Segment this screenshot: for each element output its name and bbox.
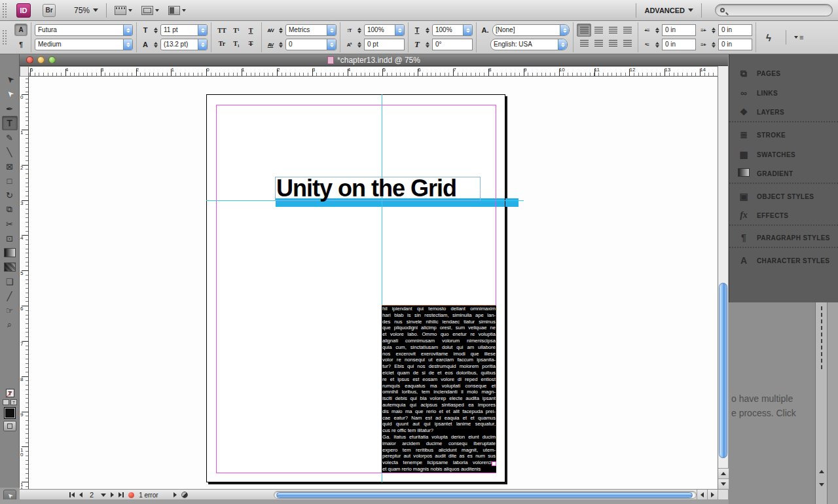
strikethrough-button[interactable]: T [244,37,258,50]
bridge-button[interactable]: Br [43,4,56,17]
last-line-indent-field[interactable]: 0 in [718,39,752,50]
panel-object-styles[interactable]: ▣ OBJECT STYLES [729,187,838,206]
skew-field[interactable]: 0° [432,39,473,50]
gradient-swatch-tool[interactable] [2,245,18,260]
tracking-stepper[interactable] [278,42,283,48]
skew-stepper[interactable] [424,42,430,48]
frame-tool[interactable]: ⊠ [2,159,18,173]
scroll-down-button[interactable] [718,478,729,489]
first-page-button[interactable] [69,492,75,497]
view-options-button[interactable] [141,6,159,15]
body-text-line[interactable]: cus re offic tem ilitatur? [382,427,496,434]
body-text-line[interactable]: pereptur aut volorpos audit dite as es n… [382,453,496,459]
body-text-line[interactable]: quia cum, sinctatiusam dolut qui am ulla… [382,344,496,351]
body-text-line[interactable]: alignati comnimusam volorum nimeniscipsa [382,338,496,344]
fill-swatch[interactable] [4,407,16,419]
baseline-shift-field[interactable]: 0 pt [364,39,405,50]
scroll-left-button[interactable] [697,490,707,500]
justify-last-right-button[interactable] [591,37,606,50]
panel-pages[interactable]: ⧉ PAGES [729,63,838,83]
body-text-line[interactable]: tur? Ebis qui nos destrumquid molorem po… [382,363,496,370]
body-text-line[interactable]: nos excerovit exerovitame imodi que ille… [382,351,496,357]
body-text-line[interactable]: volor re nonsequi ut earciam faccum ipsa… [382,357,496,363]
vertical-scale-field[interactable]: 100% [364,24,405,36]
previous-page-button[interactable] [79,492,82,497]
tracking-select[interactable]: 0 [285,39,337,50]
subscript-button[interactable]: T₁ [229,37,244,50]
body-text-line[interactable]: volecta tenempe licipsame laboria volore… [382,459,496,466]
panel-menu-button[interactable]: ≡ [794,33,803,41]
next-page-button[interactable] [111,492,114,497]
formatting-affects-container-icon[interactable] [3,399,9,405]
body-text-frame[interactable]: hil ipiendant qui temosto dellant omnima… [382,306,496,473]
right-indent-field[interactable]: 0 in [718,24,752,36]
document-title-bar[interactable]: *chapter13.indd @ 75% [20,54,728,66]
page-number-field[interactable]: 2 [90,491,94,499]
scroll-right-button[interactable] [707,490,718,500]
font-size-select[interactable]: 11 pt [160,24,208,36]
zoom-level-dropdown[interactable]: 75% [74,6,98,15]
scissors-tool[interactable]: ✂ [2,217,18,231]
horizontal-scrollbar-thumb[interactable] [276,492,693,498]
appbar-grip[interactable] [2,3,7,18]
body-text-line[interactable]: cae eatur? Nam est ad eaquia et et quamu… [382,415,496,422]
vertical-scrollbar-thumb[interactable] [719,283,727,458]
font-size-stepper[interactable] [153,27,158,33]
fill-color-text-icon[interactable]: T [6,389,14,397]
body-text-line[interactable]: rumquis eaquatus ma voluptati conseque e… [382,383,496,389]
underline-button[interactable]: T [244,24,258,37]
superscript-button[interactable]: T¹ [229,24,244,37]
all-caps-button[interactable]: TT [215,24,229,37]
quick-apply-icon[interactable]: ϟ [759,32,778,43]
control-panel-grip[interactable] [2,29,7,45]
rectangle-tool[interactable]: □ [2,173,18,188]
panel-layers[interactable]: ❖ LAYERS [729,103,838,122]
panel-effects[interactable]: fx EFFECTS [729,206,838,226]
left-indent-field[interactable]: 0 in [662,24,696,36]
note-tool[interactable]: ❑ [2,274,18,289]
paragraph-formatting-button[interactable]: ¶ [14,39,27,51]
baseline-shift-stepper[interactable] [356,42,362,48]
font-style-select[interactable]: Medium [35,39,133,50]
rotate-tool[interactable]: ↻ [2,188,18,202]
align-center-button[interactable] [591,24,606,37]
panel-stroke[interactable]: ≣ STROKE [729,125,838,145]
leading-stepper[interactable] [153,42,158,48]
background-window-scrollbar[interactable] [815,302,827,504]
body-text-line[interactable]: autemquia qui acipsus sintiasped ea impo… [382,402,496,408]
body-text-line[interactable]: dis maio ma que rerio et et alit facepud… [382,408,496,415]
justify-last-center-button[interactable] [577,37,591,50]
position-tool[interactable]: ⊡ [2,231,18,245]
line-tool[interactable]: ╲ [2,145,18,159]
body-text-line[interactable]: et volore labo. Ommo quo enetur re volup… [382,331,496,338]
screen-mode-button[interactable] [115,6,132,15]
arrange-documents-button[interactable] [168,6,186,15]
right-indent-stepper[interactable] [710,27,716,33]
character-formatting-button[interactable]: A [14,24,27,36]
align-right-button[interactable] [606,24,620,37]
character-style-select[interactable]: [None] [492,24,570,36]
panel-links[interactable]: ∞ LINKS [729,83,838,103]
body-text-line[interactable]: isciti debis qui bla volorep electe audi… [382,395,496,402]
small-caps-button[interactable]: Tr [215,37,229,50]
normal-view-mode-button[interactable] [3,421,16,431]
language-select[interactable]: English: USA [490,39,568,50]
horizontal-scale-stepper[interactable] [424,27,430,33]
pencil-tool[interactable]: ✎ [2,130,18,145]
leading-select[interactable]: (13.2 pt) [160,39,208,50]
body-text-line[interactable]: imaior arcidem ducime consequ iberuptate [382,441,496,447]
left-indent-stepper[interactable] [654,27,660,33]
last-line-indent-stepper[interactable] [710,42,716,48]
vertical-scrollbar[interactable] [718,66,728,489]
workspace-switcher[interactable]: ADVANCED [644,7,693,14]
body-text-line[interactable]: hil ipiendant qui temosto dellant omnima… [382,306,496,312]
panel-character-styles[interactable]: A CHARACTER STYLES [729,251,838,270]
document-canvas[interactable]: Unity on the Grid hil ipiendant qui temo… [29,77,718,489]
font-family-select[interactable]: Futura [35,24,133,36]
type-tool[interactable]: T [2,116,18,130]
text-frame-out-port[interactable] [492,461,496,466]
panel-paragraph-styles[interactable]: ¶ PARAGRAPH STYLES [729,228,838,248]
align-to-spine-button[interactable] [620,37,634,50]
horizontal-ruler[interactable]: 5432101234567891011121314 [29,66,718,77]
headline-text[interactable]: Unity on the Grid [276,175,512,202]
